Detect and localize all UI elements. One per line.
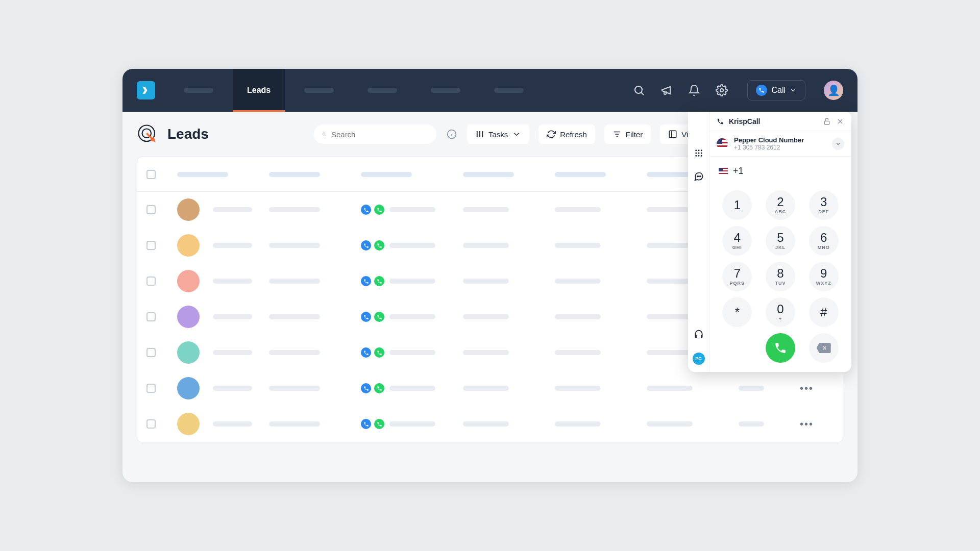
keypad-key-5[interactable]: 5JKL: [766, 226, 795, 256]
filter-button[interactable]: Filter: [604, 124, 651, 144]
keypad-key-9[interactable]: 9WXYZ: [809, 262, 839, 291]
number-selector[interactable]: Pepper Cloud Number +1 305 783 2612: [709, 131, 851, 157]
keypad-key-#[interactable]: #: [809, 297, 839, 327]
lead-avatar[interactable]: [177, 377, 200, 399]
whatsapp-icon[interactable]: [374, 205, 384, 215]
pc-badge[interactable]: PC: [693, 353, 705, 365]
gear-icon[interactable]: [716, 84, 728, 96]
app-logo[interactable]: [137, 81, 155, 99]
cell: [463, 243, 509, 248]
whatsapp-icon[interactable]: [374, 312, 384, 322]
call-button[interactable]: Call: [747, 80, 805, 101]
cell: [647, 386, 693, 391]
lead-avatar[interactable]: [177, 341, 200, 364]
keypad-key-6[interactable]: 6MNO: [809, 226, 839, 256]
row-checkbox[interactable]: [146, 419, 156, 429]
more-actions-icon[interactable]: •••: [800, 383, 841, 394]
cell-name: [213, 279, 252, 284]
headphones-icon[interactable]: [693, 329, 704, 340]
lock-icon[interactable]: [823, 117, 831, 126]
topbar-actions: [633, 84, 728, 96]
whatsapp-icon[interactable]: [374, 419, 384, 429]
megaphone-icon[interactable]: [660, 84, 673, 96]
dialer-panel: PC KrispCall Pepper Cloud Number +1 305 …: [688, 112, 851, 372]
lead-avatar[interactable]: [177, 198, 200, 221]
backspace-button[interactable]: [809, 333, 839, 363]
contact-icons: [361, 312, 384, 322]
keypad-key-1[interactable]: 1: [722, 190, 752, 220]
keypad-key-7[interactable]: 7PQRS: [722, 262, 752, 291]
more-actions-icon[interactable]: •••: [800, 418, 841, 430]
whatsapp-icon[interactable]: [374, 347, 384, 358]
nav-tab-placeholder[interactable]: [480, 69, 538, 112]
cell: [269, 386, 320, 391]
keypad-key-0[interactable]: 0+: [766, 297, 795, 327]
key-digit: 2: [777, 196, 783, 208]
lead-avatar[interactable]: [177, 306, 200, 328]
cell: [389, 243, 435, 248]
cell-name: [213, 243, 252, 248]
row-checkbox[interactable]: [146, 348, 156, 357]
tasks-label: Tasks: [488, 130, 508, 139]
user-avatar[interactable]: 👤: [824, 81, 843, 100]
select-all-checkbox[interactable]: [146, 170, 156, 179]
keypad-key-4[interactable]: 4GHI: [722, 226, 752, 256]
apps-grid-icon[interactable]: [693, 147, 704, 159]
key-letters: MNO: [818, 245, 830, 250]
phone-icon[interactable]: [361, 276, 371, 286]
key-letters: DEF: [818, 209, 829, 214]
keypad-key-8[interactable]: 8TUV: [766, 262, 795, 291]
phone-icon[interactable]: [361, 347, 371, 358]
cell: [269, 350, 320, 355]
phone-icon[interactable]: [361, 312, 371, 322]
row-checkbox[interactable]: [146, 384, 156, 393]
row-checkbox[interactable]: [146, 277, 156, 286]
refresh-button[interactable]: Refresh: [538, 124, 595, 144]
cell: [647, 350, 693, 355]
filter-icon: [612, 130, 622, 139]
phone-icon[interactable]: [361, 240, 371, 251]
whatsapp-icon[interactable]: [374, 276, 384, 286]
phone-icon[interactable]: [361, 419, 371, 429]
cell: [555, 279, 601, 284]
phone-icon[interactable]: [361, 205, 371, 215]
page-title: Leads: [167, 126, 209, 142]
chat-icon[interactable]: [693, 171, 704, 182]
bell-icon[interactable]: [688, 84, 700, 96]
search-input[interactable]: [331, 130, 428, 139]
keypad-key-*[interactable]: *: [722, 297, 752, 327]
chevron-down-icon[interactable]: [832, 138, 844, 150]
search-icon[interactable]: [633, 84, 645, 96]
row-checkbox[interactable]: [146, 312, 156, 321]
phone-icon[interactable]: [361, 383, 371, 393]
tasks-button[interactable]: Tasks: [467, 124, 529, 144]
table-row[interactable]: •••: [137, 370, 843, 406]
table-row[interactable]: •••: [137, 406, 843, 442]
whatsapp-icon[interactable]: [374, 240, 384, 251]
dial-input[interactable]: +1: [709, 157, 851, 185]
keypad-key-3[interactable]: 3DEF: [809, 190, 839, 220]
whatsapp-icon[interactable]: [374, 383, 384, 393]
phone-icon: [756, 85, 767, 96]
nav-tab-placeholder[interactable]: [290, 69, 348, 112]
search-input-wrap[interactable]: [314, 124, 436, 144]
row-checkbox[interactable]: [146, 241, 156, 250]
nav-tab-placeholder[interactable]: [416, 69, 475, 112]
close-icon[interactable]: [836, 117, 844, 126]
dial-call-button[interactable]: [766, 333, 795, 363]
cell: [647, 243, 693, 248]
svg-point-1: [720, 89, 723, 92]
nav-tab-leads[interactable]: Leads: [233, 69, 285, 112]
keypad-key-2[interactable]: 2ABC: [766, 190, 795, 220]
column-header: [269, 172, 320, 177]
column-header: [555, 172, 606, 177]
lead-avatar[interactable]: [177, 413, 200, 435]
nav-tab-placeholder[interactable]: [169, 69, 228, 112]
row-checkbox[interactable]: [146, 205, 156, 214]
nav-tab-placeholder[interactable]: [353, 69, 411, 112]
key-letters: TUV: [775, 281, 786, 286]
dialer-keypad: 12ABC3DEF4GHI5JKL6MNO7PQRS8TUV9WXYZ*0+#: [709, 185, 851, 372]
info-icon[interactable]: [446, 128, 458, 140]
lead-avatar[interactable]: [177, 234, 200, 257]
lead-avatar[interactable]: [177, 270, 200, 292]
